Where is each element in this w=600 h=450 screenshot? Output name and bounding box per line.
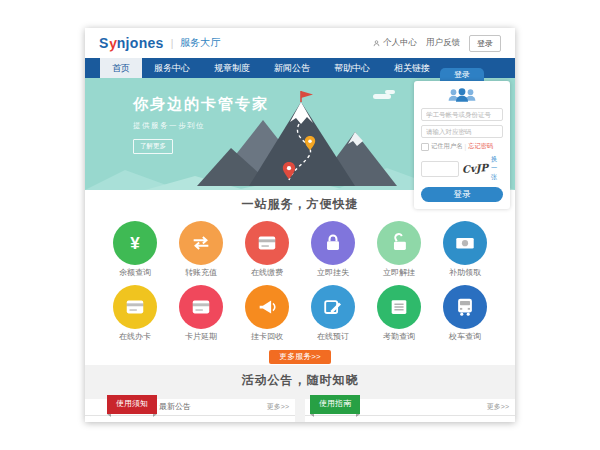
unlock-icon[interactable] bbox=[377, 221, 421, 265]
service-item-school-bus[interactable]: 校车查询 bbox=[437, 285, 493, 341]
nav-item-home[interactable]: 首页 bbox=[100, 58, 142, 78]
usage-notice-ribbon[interactable]: 使用须知 bbox=[107, 395, 157, 414]
page: Synjones | 服务大厅 个人中心 用户反馈 登录 首页 服务中心 规章制… bbox=[85, 28, 515, 422]
nav-item-help-center[interactable]: 帮助中心 bbox=[322, 58, 382, 78]
personal-center-link[interactable]: 个人中心 bbox=[372, 37, 417, 49]
header-divider: | bbox=[171, 38, 174, 49]
header-login-button[interactable]: 登录 bbox=[469, 35, 501, 52]
services-section: 一站服务，方便快捷 ¥ 余额查询 转账充值 在线缴费 bbox=[85, 190, 515, 365]
user-feedback-link[interactable]: 用户反馈 bbox=[426, 37, 460, 49]
service-item-attendance[interactable]: 考勤查询 bbox=[371, 285, 427, 341]
announcement-panels: 使用须知 最新公告 更多>> 使用指南 更多>> bbox=[85, 399, 515, 422]
login-panel: 登录 记住用户名 | 忘记密码 CvJP bbox=[414, 68, 510, 209]
usage-guide-ribbon[interactable]: 使用指南 bbox=[310, 395, 360, 414]
service-item-card-recycle[interactable]: 挂卡回收 bbox=[239, 285, 295, 341]
service-item-cancel-loss[interactable]: 立即解挂 bbox=[371, 221, 427, 277]
notice-panel: 使用须知 最新公告 更多>> bbox=[85, 399, 295, 422]
service-item-transfer[interactable]: 转账充值 bbox=[173, 221, 229, 277]
nav-item-rules[interactable]: 规章制度 bbox=[202, 58, 262, 78]
remember-label: 记住用户名 bbox=[431, 142, 462, 151]
header-actions: 个人中心 用户反馈 登录 bbox=[372, 35, 501, 52]
site-name: 服务大厅 bbox=[180, 36, 220, 50]
service-item-balance[interactable]: ¥ 余额查询 bbox=[107, 221, 163, 277]
hero-title: 你身边的卡管专家 bbox=[133, 95, 269, 114]
change-captcha-link[interactable]: 换一张 bbox=[491, 155, 503, 182]
notice-more-link[interactable]: 更多>> bbox=[267, 399, 289, 415]
bank-card-icon[interactable] bbox=[113, 285, 157, 329]
guide-panel: 使用指南 更多>> bbox=[305, 399, 515, 422]
personal-center-label: 个人中心 bbox=[383, 37, 417, 49]
more-services-button[interactable]: 更多服务>> bbox=[269, 350, 331, 364]
username-input[interactable] bbox=[421, 108, 503, 121]
transfer-arrows-icon[interactable] bbox=[179, 221, 223, 265]
logo-text: njones bbox=[117, 35, 164, 51]
nav-item-service-center[interactable]: 服务中心 bbox=[142, 58, 202, 78]
services-row-1: ¥ 余额查询 转账充值 在线缴费 立即挂失 bbox=[85, 221, 515, 277]
guide-panel-body bbox=[305, 416, 515, 422]
service-item-apply-card[interactable]: 在线办卡 bbox=[107, 285, 163, 341]
bus-icon[interactable] bbox=[443, 285, 487, 329]
captcha-input[interactable] bbox=[421, 161, 459, 177]
captcha-image[interactable]: CvJP bbox=[462, 162, 489, 175]
service-item-card-renewal[interactable]: 卡片延期 bbox=[173, 285, 229, 341]
service-item-online-payment[interactable]: 在线缴费 bbox=[239, 221, 295, 277]
hero-subtitle: 提供服务一步到位 bbox=[133, 121, 269, 131]
options-divider: | bbox=[464, 143, 466, 150]
nav-item-news[interactable]: 新闻公告 bbox=[262, 58, 322, 78]
edit-icon[interactable] bbox=[311, 285, 355, 329]
login-tab[interactable]: 登录 bbox=[440, 68, 484, 81]
latest-announcements-tab[interactable]: 最新公告 bbox=[159, 399, 191, 415]
lock-icon[interactable] bbox=[311, 221, 355, 265]
notice-panel-bar: 使用须知 最新公告 更多>> bbox=[85, 399, 295, 416]
guide-panel-bar: 使用指南 更多>> bbox=[305, 399, 515, 416]
login-options: 记住用户名 | 忘记密码 bbox=[421, 142, 503, 151]
captcha-row: CvJP 换一张 bbox=[421, 155, 503, 182]
login-box: 记住用户名 | 忘记密码 CvJP 换一张 登录 bbox=[414, 81, 510, 209]
users-group-icon bbox=[445, 86, 479, 105]
services-row-2: 在线办卡 卡片延期 挂卡回收 在线预订 bbox=[85, 285, 515, 341]
forgot-password-link[interactable]: 忘记密码 bbox=[468, 142, 493, 151]
login-submit-button[interactable]: 登录 bbox=[421, 187, 503, 202]
announcements-title: 活动公告，随时知晓 bbox=[85, 372, 515, 389]
service-item-online-booking[interactable]: 在线预订 bbox=[305, 285, 361, 341]
bank-card-icon[interactable] bbox=[179, 285, 223, 329]
user-feedback-label: 用户反馈 bbox=[426, 37, 460, 49]
person-icon bbox=[372, 39, 381, 48]
announcements-section: 活动公告，随时知晓 使用须知 最新公告 更多>> 使用指南 更多>> bbox=[85, 365, 515, 422]
password-input[interactable] bbox=[421, 125, 503, 138]
hero-copy: 你身边的卡管专家 提供服务一步到位 了解更多 bbox=[133, 95, 269, 154]
logo[interactable]: Synjones bbox=[99, 35, 164, 51]
remember-checkbox[interactable] bbox=[421, 143, 429, 151]
service-item-subsidy[interactable]: 补助领取 bbox=[437, 221, 493, 277]
site-header: Synjones | 服务大厅 个人中心 用户反馈 登录 bbox=[85, 28, 515, 58]
megaphone-icon[interactable] bbox=[245, 285, 289, 329]
attendance-list-icon[interactable] bbox=[377, 285, 421, 329]
service-item-report-loss[interactable]: 立即挂失 bbox=[305, 221, 361, 277]
guide-more-link[interactable]: 更多>> bbox=[487, 399, 509, 415]
flag-icon bbox=[301, 91, 313, 98]
notice-panel-body bbox=[85, 416, 295, 422]
yen-icon[interactable]: ¥ bbox=[113, 221, 157, 265]
hero-cta-button[interactable]: 了解更多 bbox=[133, 139, 173, 154]
banknote-icon[interactable] bbox=[443, 221, 487, 265]
bank-card-icon[interactable] bbox=[245, 221, 289, 265]
